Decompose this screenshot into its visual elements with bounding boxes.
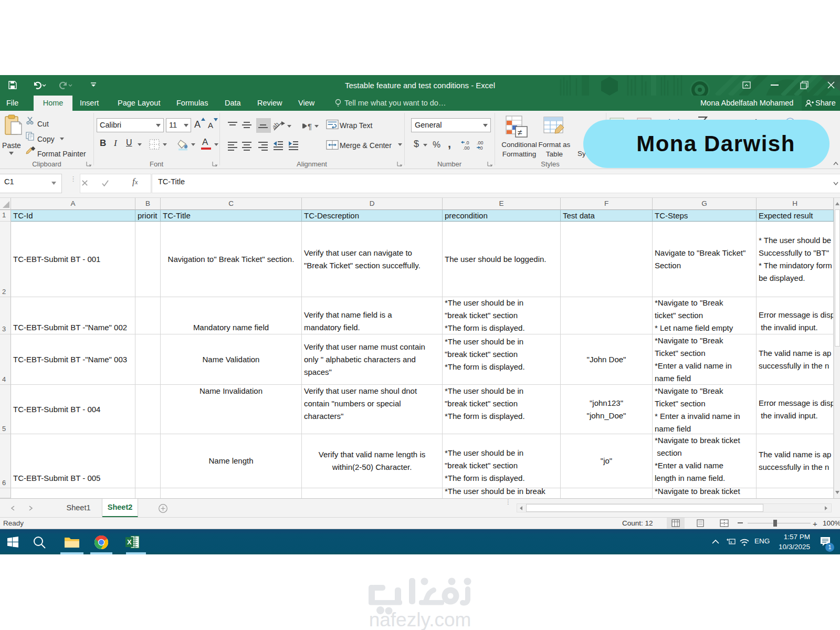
svg-text:¶: ¶ (308, 122, 312, 131)
svg-text:x: x (730, 540, 732, 544)
svg-text:.00: .00 (463, 145, 470, 151)
svg-text:.0: .0 (465, 140, 469, 145)
svg-text:X: X (127, 538, 132, 546)
svg-text:ab: ab (273, 120, 280, 131)
svg-text:.00: .00 (477, 140, 484, 145)
svg-text:≠: ≠ (518, 128, 522, 137)
